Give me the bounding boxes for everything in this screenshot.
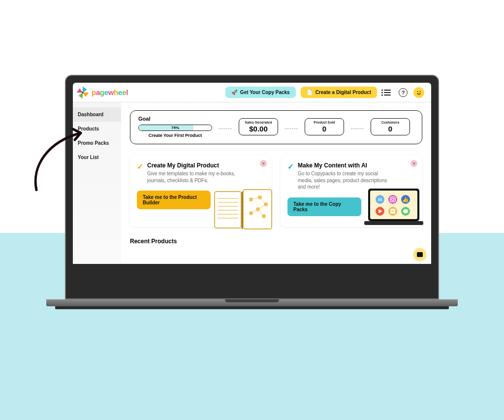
svg-point-37 [388,195,397,204]
svg-point-26 [242,206,243,207]
card-create-digital-product: ✕ ✓ Create My Digital Product Give me te… [130,155,272,227]
card-title: Create My Digital Product [147,162,241,169]
get-copy-packs-label: Get Your Copy Packs [240,90,290,95]
check-icon: ✓ [287,163,294,171]
app-screen: pagewheel 🚀 Get Your Copy Packs 📄 Create… [73,83,431,293]
svg-text:✉: ✉ [378,197,382,202]
svg-point-1 [417,91,418,92]
create-digital-product-label: Create a Digital Product [315,90,371,95]
chat-icon [417,252,423,257]
laptop-bezel: pagewheel 🚀 Get Your Copy Packs 📄 Create… [65,75,439,299]
product-builder-cta-button[interactable]: Take me to the Product Builder [137,191,211,209]
svg-rect-3 [215,192,241,228]
document-icon: 📄 [307,90,313,95]
rocket-icon: 🚀 [231,90,237,95]
laptop-social-graphic-icon: ✉ 👍 [361,186,425,231]
svg-point-25 [242,202,243,203]
sidebar-item-promo-packs[interactable]: Promo Packs [73,136,121,150]
svg-point-24 [242,198,243,199]
get-copy-packs-button[interactable]: 🚀 Get Your Copy Packs [225,87,296,98]
svg-point-31 [242,226,243,227]
create-digital-product-button[interactable]: 📄 Create a Digital Product [301,87,377,98]
stat-label: Product Sold [310,121,339,124]
card-description: Give me templates to make my e-books, jo… [147,170,241,184]
help-button[interactable]: ? [398,87,409,98]
copy-packs-cta-button[interactable]: Take me to the Copy Packs [287,197,361,216]
svg-point-28 [242,214,243,215]
brand-logo[interactable]: pagewheel [76,86,128,99]
svg-point-2 [420,91,421,92]
stat-product-sold: Product Sold 0 [305,118,344,135]
sidebar-item-dashboard[interactable]: Dashboard [73,107,121,122]
connector-line [219,129,232,129]
menu-list-button[interactable] [382,87,393,98]
smiley-icon [413,87,424,98]
top-actions: 🚀 Get Your Copy Packs 📄 Create a Digital… [225,87,424,98]
svg-point-23 [242,194,243,195]
card-title: Make My Content with AI [298,162,391,169]
recent-products-heading: Recent Products [130,238,422,245]
goal-subtitle: Create Your First Product [138,133,212,138]
top-bar: pagewheel 🚀 Get Your Copy Packs 📄 Create… [73,83,431,102]
brand-text: pagewheel [92,88,128,97]
close-icon[interactable]: ✕ [410,160,417,167]
sidebar-item-products[interactable]: Products [73,122,121,136]
sidebar-item-your-list[interactable]: Your List [73,150,121,164]
goal-progress-percent: 75% [139,125,212,130]
goal-card: Goal 75% Create Your First Product [130,110,422,144]
stat-label: Sales Generated [244,121,273,124]
stat-value: $0.00 [244,125,273,133]
goal-progress-block: Goal 75% Create Your First Product [138,116,212,138]
connector-line [351,129,364,129]
chat-widget-button[interactable] [413,248,426,261]
stat-value: 0 [310,125,339,133]
notebook-graphic-icon [211,188,275,232]
check-icon: ✓ [137,163,143,171]
svg-point-27 [242,210,243,211]
screen-reflection-overlay [73,264,431,293]
svg-rect-45 [390,209,395,214]
goal-progress-bar: 75% [138,125,212,131]
pinwheel-icon [76,86,90,99]
svg-point-30 [242,222,243,223]
goal-title: Goal [138,116,212,122]
svg-text:👍: 👍 [402,196,409,203]
svg-rect-34 [364,221,423,225]
list-icon [384,90,391,96]
close-icon[interactable]: ✕ [260,160,267,167]
connector-line [285,129,298,129]
svg-point-0 [82,92,84,94]
help-icon: ? [399,88,408,97]
stat-sales-generated: Sales Generated $0.00 [239,118,278,135]
account-button[interactable] [413,87,424,98]
stat-customers: Customers 0 [371,118,410,135]
laptop-base-shadow [55,306,449,309]
svg-point-29 [242,218,243,219]
stat-value: 0 [376,125,405,133]
card-make-content-ai: ✕ ✓ Make My Content with AI Go to Copypa… [281,155,422,227]
laptop-base [46,299,458,306]
stat-label: Customers [376,121,405,124]
promo-cards-row: ✕ ✓ Create My Digital Product Give me te… [130,155,422,227]
laptop-frame: pagewheel 🚀 Get Your Copy Packs 📄 Create… [65,75,439,309]
